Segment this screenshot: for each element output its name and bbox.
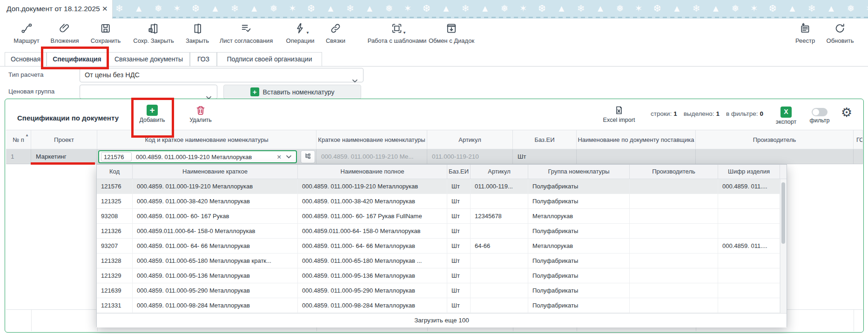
dropdown-cell[interactable]: Металлорукав — [528, 239, 630, 253]
dropdown-cell[interactable]: 121331 — [97, 298, 133, 313]
nomenclature-code-field[interactable]: 121576 — [101, 152, 132, 161]
dropdown-cell[interactable]: 000.4859. 011.000-65-180 Металлорукав кр… — [133, 254, 298, 268]
dropdown-cell[interactable]: 000.4859. 011.000-95-290 Металлорукав — [133, 283, 298, 298]
dropdown-cell[interactable]: 12345678 — [471, 209, 528, 223]
column-header-8[interactable]: Производитель — [696, 130, 854, 149]
toolbar-button-templates[interactable]: ▼Работа с шаблонами — [368, 22, 427, 44]
dropdown-cell[interactable]: 000.4859.011.000-64- 158-0 Металлорукав — [133, 224, 298, 238]
dropdown-row-4[interactable]: 121326000.4859.011.000-64- 158-0 Металло… — [97, 224, 780, 239]
dropdown-cell[interactable]: Полуфабрикаты — [528, 268, 630, 283]
dropdown-cell[interactable]: Шт — [447, 209, 471, 223]
cell-supplier-name[interactable] — [577, 149, 696, 164]
dropdown-cell[interactable]: 000.4859. 011.000- 64- 66 Металлорукав — [298, 239, 447, 253]
dropdown-cell[interactable]: 000.4859. 011.000-119-210 Металлорукав — [298, 179, 447, 194]
dropdown-cell[interactable] — [718, 298, 780, 313]
dropdown-row-2[interactable]: 121325000.4859. 011.000-38-420 Металлору… — [97, 194, 780, 209]
dropdown-column-2[interactable]: Наименование краткое — [133, 165, 298, 179]
dropdown-cell[interactable] — [718, 194, 780, 208]
toolbar-button-route[interactable]: Маршрут — [13, 22, 39, 44]
dropdown-cell[interactable] — [630, 194, 718, 208]
toolbar-button-registry[interactable]: Реестр — [795, 22, 815, 44]
tab-5[interactable]: Подписи своей организации — [217, 52, 322, 66]
dropdown-cell[interactable]: 000.4859. 011.000- 60- 167 Рукав FullNam… — [298, 209, 447, 223]
dropdown-column-4[interactable]: Баз.ЕИ — [447, 165, 471, 179]
chevron-down-icon[interactable] — [286, 155, 292, 159]
dropdown-row-3[interactable]: 93208000.4859. 011.000- 60- 167 Рукав000… — [97, 209, 780, 224]
dropdown-cell[interactable]: 000.4859. 011.000-98-284 Металлорукав — [298, 298, 447, 313]
cell-article[interactable]: 011.000-119-210 — [427, 149, 513, 164]
column-header-3[interactable]: Код и краткое наименование номенклатуры — [97, 130, 316, 149]
dropdown-cell[interactable]: Металлорукав — [528, 209, 630, 223]
dropdown-cell[interactable] — [471, 224, 528, 238]
dropdown-cell[interactable] — [630, 254, 718, 268]
dropdown-cell[interactable]: 000.4859. 011.000- 64- 66 Металлорукав — [133, 239, 298, 253]
dropdown-cell[interactable] — [630, 268, 718, 283]
dropdown-cell[interactable]: 000.4859. 011.000-95-290 Металлорукав — [298, 283, 447, 298]
dropdown-cell[interactable]: 000.4859. 011.000-95-136 Металлорукав — [298, 268, 447, 283]
tab-1[interactable]: Основная — [5, 52, 47, 66]
insert-nomenclature-button[interactable]: + Вставить номенклатуру — [223, 85, 361, 99]
dropdown-cell[interactable] — [471, 283, 528, 298]
dropdown-column-8[interactable]: Шифр изделия — [718, 165, 780, 179]
dropdown-cell[interactable]: 93207 — [97, 239, 133, 253]
dropdown-cell[interactable] — [718, 254, 780, 268]
dropdown-cell[interactable]: Шт — [447, 298, 471, 313]
dropdown-cell[interactable]: Полуфабрикаты — [528, 224, 630, 238]
cell-short-name[interactable]: 000.4859. 011.000-119-210 Ме... — [316, 149, 427, 164]
cell-gost[interactable] — [854, 149, 863, 164]
scrollbar[interactable] — [780, 179, 787, 313]
dropdown-row-5[interactable]: 93207000.4859. 011.000- 64- 66 Металлору… — [97, 239, 780, 254]
dropdown-cell[interactable]: Полуфабрикаты — [528, 298, 630, 313]
export-button[interactable]: X экспорт — [774, 107, 798, 125]
dropdown-cell[interactable]: 000.4859. 011.... — [718, 179, 780, 194]
dropdown-cell[interactable] — [471, 194, 528, 208]
toggle-off-icon[interactable] — [812, 108, 828, 116]
cell-manufacturer[interactable] — [696, 149, 854, 164]
dropdown-cell[interactable]: 011.000-119... — [471, 179, 528, 194]
dropdown-column-3[interactable]: Наименование полное — [298, 165, 447, 179]
dropdown-cell[interactable]: 000.4859. 011.000-38-420 Металлорукав — [133, 194, 298, 208]
dropdown-cell[interactable]: 121326 — [97, 224, 133, 238]
gear-icon[interactable]: ⚙ — [841, 106, 852, 120]
dropdown-column-5[interactable]: Артикул — [471, 165, 528, 179]
dropdown-cell[interactable]: Полуфабрикаты — [528, 194, 630, 208]
dropdown-cell[interactable]: 000.4859. 011.... — [718, 239, 780, 253]
dropdown-row-1[interactable]: 121576000.4859. 011.000-119-210 Металлор… — [97, 179, 780, 194]
dropdown-cell[interactable]: 000.4859. 011.000- 60- 167 Рукав — [133, 209, 298, 223]
tab-2[interactable]: Спецификация — [47, 52, 108, 66]
nomenclature-tree-button[interactable] — [301, 150, 315, 163]
dropdown-cell[interactable]: Шт — [447, 239, 471, 253]
dropdown-cell[interactable] — [630, 283, 718, 298]
dropdown-cell[interactable]: Полуфабрикаты — [528, 179, 630, 194]
dropdown-cell[interactable] — [630, 239, 718, 253]
dropdown-cell[interactable] — [718, 283, 780, 298]
column-header-9[interactable]: ГОСТ, — [854, 130, 863, 149]
dropdown-cell[interactable]: 000.4859. 011.000-65-180 Металлорукав ..… — [298, 254, 447, 268]
dropdown-column-6[interactable]: Группа номенклатуры — [528, 165, 630, 179]
column-header-4[interactable]: Краткое наименование номенклатуры — [316, 130, 427, 149]
dropdown-cell[interactable]: Шт — [447, 224, 471, 238]
excel-import-button[interactable]: Excel import — [601, 105, 637, 123]
tab-3[interactable]: Связанные документы — [108, 52, 190, 66]
dropdown-cell[interactable] — [630, 179, 718, 194]
dropdown-cell[interactable] — [630, 209, 718, 223]
dropdown-cell[interactable]: Шт — [447, 254, 471, 268]
cell-unit[interactable]: Шт — [513, 149, 577, 164]
dropdown-cell[interactable]: Полуфабрикаты — [528, 254, 630, 268]
toolbar-button-close[interactable]: Закрыть — [186, 22, 209, 44]
column-header-5[interactable]: Артикул — [427, 130, 513, 149]
column-header-2[interactable]: Проект — [31, 130, 97, 149]
cell-project[interactable]: Маркетинг — [31, 149, 97, 164]
dropdown-cell[interactable]: Шт — [447, 283, 471, 298]
toolbar-button-refresh[interactable]: Обновить — [827, 22, 854, 44]
dropdown-column-1[interactable]: Код — [97, 165, 133, 179]
calc-type-select[interactable]: От цены без НДС — [80, 68, 363, 82]
dropdown-cell[interactable] — [471, 298, 528, 313]
price-group-select[interactable] — [80, 85, 217, 99]
dropdown-cell[interactable]: 000.4859. 011.000-95-136 Металлорукав — [133, 268, 298, 283]
dropdown-row-9[interactable]: 121331000.4859. 011.000-98-284 Металлору… — [97, 298, 780, 313]
dropdown-cell[interactable]: Шт — [447, 179, 471, 194]
dropdown-row-6[interactable]: 121328000.4859. 011.000-65-180 Металлору… — [97, 254, 780, 268]
filter-toggle[interactable]: фильтр — [807, 107, 833, 124]
clear-icon[interactable]: ✕ — [277, 154, 282, 160]
